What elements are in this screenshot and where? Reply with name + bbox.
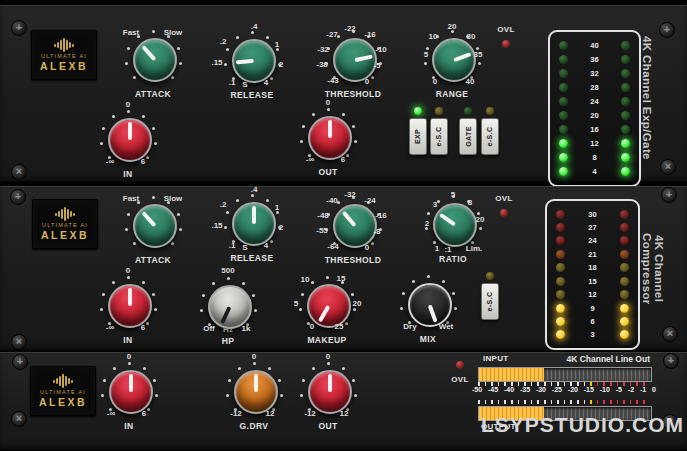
comp-side-title: 4K Channel Compressor xyxy=(641,199,665,339)
scale-value: -15 xyxy=(584,386,594,393)
knob-mark: -10 xyxy=(375,45,387,54)
scale-value: -35 xyxy=(520,386,530,393)
meter-row: 8 xyxy=(559,153,630,163)
gate-range-knob[interactable] xyxy=(432,38,476,82)
meter-led xyxy=(621,69,630,78)
meter-row: 40 xyxy=(559,40,630,50)
knob-mark: 0 xyxy=(326,98,330,107)
meter-led xyxy=(559,153,568,162)
meter-tick-row xyxy=(478,400,650,404)
meter-row: 3 xyxy=(556,330,629,340)
meter-scale: -50 -45 -40 -35 -30 -25 -20 -15 -10 -5 -… xyxy=(472,386,656,393)
knob-mark: 0 xyxy=(126,266,130,275)
gate-button[interactable]: GATE xyxy=(459,118,477,155)
gate-release-knob[interactable] xyxy=(232,39,276,83)
meter-value: 24 xyxy=(582,97,608,106)
knob-mark: Slow xyxy=(164,194,183,203)
comp-release-knob[interactable] xyxy=(232,202,276,246)
ovl-label: OVL xyxy=(446,375,474,384)
knob-mark: -16 xyxy=(375,211,387,220)
knob-mark: 0 xyxy=(126,100,130,109)
knob-mark: .2 xyxy=(220,37,227,46)
esc-button[interactable]: e-S.C xyxy=(481,283,499,320)
knob-mark: -16 xyxy=(364,30,376,39)
knob-label: MIX xyxy=(373,334,483,344)
knob-mark: 0 xyxy=(252,352,256,361)
knob-mark: 5 xyxy=(294,299,298,308)
knob-mark: 0 xyxy=(310,322,314,331)
knob-mark: 0 xyxy=(127,352,131,361)
comp-ovl-indicator: OVL xyxy=(490,194,518,221)
brand-line1: ULTIMATE AI xyxy=(41,53,87,59)
gate-in-knob[interactable] xyxy=(108,118,152,162)
meter-led xyxy=(556,290,565,299)
comp-in-knob[interactable] xyxy=(108,284,152,328)
scale-value: -45 xyxy=(488,386,498,393)
knob-mark: 8 xyxy=(468,198,472,207)
meter-value: 40 xyxy=(582,41,608,50)
ovl-label: OVL xyxy=(492,25,520,34)
comp-threshold-knob[interactable] xyxy=(333,204,377,248)
meter-value: 27 xyxy=(580,223,606,232)
meter-value: 12 xyxy=(582,139,608,148)
lineout-gdrv-knob[interactable] xyxy=(234,370,278,414)
knob-mark: -∞ xyxy=(107,409,115,418)
meter-led xyxy=(621,167,630,176)
meter-led xyxy=(621,55,630,64)
screw-icon xyxy=(11,334,27,350)
meter-led xyxy=(556,317,565,326)
gate-gate-button-group: GATE xyxy=(460,107,476,155)
knob-mark: -32 xyxy=(344,190,356,199)
meter-led xyxy=(559,83,568,92)
knob-mark: 10 xyxy=(301,275,310,284)
screw-icon xyxy=(659,22,675,38)
knob-mark: .4 xyxy=(251,22,258,31)
meter-led xyxy=(559,167,568,176)
meter-led xyxy=(559,41,568,50)
knob-mark: -27 xyxy=(326,30,338,39)
lineout-in-knob[interactable] xyxy=(109,370,153,414)
knob-mark: S xyxy=(242,80,247,89)
meter-value: 21 xyxy=(580,250,606,259)
comp-mix-knob-group: Dry Wet MIX xyxy=(373,248,483,358)
knob-mark: -32 xyxy=(317,45,329,54)
gate-attack-knob[interactable] xyxy=(133,38,177,82)
meter-row: 6 xyxy=(556,317,629,327)
meter-led xyxy=(556,223,565,232)
knob-mark: 6 xyxy=(341,155,345,164)
meter-value: 36 xyxy=(582,55,608,64)
esc-button[interactable]: e-S.C xyxy=(481,118,499,155)
gate-threshold-knob[interactable] xyxy=(333,38,377,82)
input-meter-fill xyxy=(479,368,544,381)
screw-icon xyxy=(11,411,27,427)
brand-line2: ALEXB xyxy=(40,60,88,72)
gate-out-knob[interactable] xyxy=(308,116,352,160)
exp-button[interactable]: EXP xyxy=(409,118,427,155)
scale-value: 0 xyxy=(652,386,656,393)
meter-led xyxy=(621,153,630,162)
gate-meter: 40 36 32 28 24 20 16 12 8 4 xyxy=(548,30,641,187)
meter-value: 15 xyxy=(580,277,606,286)
lineout-out-knob-group: 0 -12 12 OUT xyxy=(273,335,383,445)
screw-icon xyxy=(11,164,27,180)
meter-led xyxy=(556,330,565,339)
meter-row: 21 xyxy=(556,249,629,259)
comp-attack-knob[interactable] xyxy=(133,204,177,248)
meter-led xyxy=(621,41,630,50)
knob-mark: 2 xyxy=(425,219,429,228)
knob-mark: 0 xyxy=(326,352,330,361)
lineout-out-knob[interactable] xyxy=(308,370,352,414)
comp-mix-knob[interactable] xyxy=(408,283,452,327)
scale-value: -50 xyxy=(472,386,482,393)
panel-line-out: ULTIMATE AI ALEXB 0 -∞ 6 IN 0 -12 12 G.D… xyxy=(0,352,687,451)
knob-mark: 40 xyxy=(466,77,475,86)
esc-button[interactable]: e-S.C xyxy=(430,118,448,155)
comp-hp-knob[interactable] xyxy=(208,285,252,329)
waveform-icon xyxy=(53,374,73,388)
esc-led xyxy=(435,107,443,115)
knob-mark: 2 xyxy=(279,223,283,232)
meter-row: 9 xyxy=(556,303,629,313)
brand-logo: ULTIMATE AI ALEXB xyxy=(31,30,97,80)
comp-ratio-knob[interactable] xyxy=(433,203,477,247)
scale-value: -10 xyxy=(600,386,610,393)
